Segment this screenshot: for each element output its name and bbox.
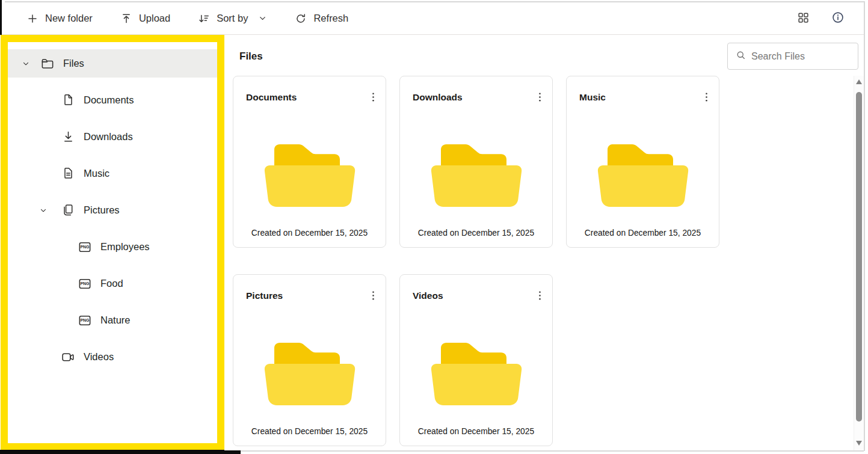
card-title: Music (579, 92, 606, 103)
audio-file-icon (60, 167, 76, 180)
refresh-button[interactable]: Refresh (295, 13, 348, 25)
search-input[interactable] (751, 51, 848, 62)
sidebar-item-files[interactable]: Files (8, 49, 217, 78)
folder-card-downloads[interactable]: Downloads Created on December 15, 2025 (399, 76, 553, 248)
folder-icon-large (259, 132, 361, 218)
sidebar-item-label: Files (63, 58, 84, 69)
folder-card-videos[interactable]: Videos Created on December 15, 2025 (399, 274, 553, 446)
kebab-menu-icon[interactable] (704, 91, 709, 106)
folder-card-pictures[interactable]: Pictures Created on December 15, 2025 (233, 274, 386, 446)
card-title: Videos (413, 290, 443, 301)
sidebar-item-label: Videos (84, 351, 114, 363)
upload-button[interactable]: Upload (120, 13, 170, 25)
folder-icon-large (425, 330, 528, 417)
refresh-label: Refresh (313, 13, 348, 24)
svg-text:PNG: PNG (80, 318, 89, 322)
video-camera-icon (60, 350, 76, 364)
kebab-menu-icon[interactable] (538, 91, 542, 106)
sidebar-item-music[interactable]: Music (8, 159, 217, 188)
sidebar-item-label: Nature (100, 314, 131, 326)
card-created-date: Created on December 15, 2025 (233, 229, 386, 238)
screen-edge-bottom (0, 450, 241, 454)
chevron-down-icon[interactable] (21, 60, 31, 68)
scroll-down-arrow-icon[interactable] (856, 441, 862, 446)
toolbar: New folder Upload Sort by Refresh (2, 2, 864, 35)
new-folder-label: New folder (45, 13, 93, 24)
folder-card-music[interactable]: Music Created on December 15, 2025 (566, 76, 719, 248)
folder-icon-large (592, 132, 694, 218)
folder-card-documents[interactable]: Documents Created on December 15, 2025 (233, 76, 386, 248)
sidebar-item-downloads[interactable]: Downloads (8, 123, 217, 151)
new-folder-button[interactable]: New folder (26, 13, 93, 25)
sidebar-item-label: Food (100, 278, 123, 289)
sidebar-item-label: Documents (84, 94, 134, 106)
sidebar-item-documents[interactable]: Documents (8, 86, 217, 114)
card-created-date: Created on December 15, 2025 (233, 427, 386, 436)
folder-icon-large (259, 330, 361, 417)
folder-icon (40, 57, 55, 71)
sidebar-item-pictures[interactable]: Pictures (8, 196, 217, 224)
card-title: Downloads (413, 92, 463, 103)
kebab-menu-icon[interactable] (538, 289, 542, 304)
sort-by-button[interactable]: Sort by (198, 13, 267, 25)
png-file-icon: PNG (77, 240, 93, 254)
document-icon (60, 93, 76, 107)
kebab-menu-icon[interactable] (371, 289, 375, 304)
sidebar-item-label: Downloads (84, 131, 133, 143)
page-title: Files (239, 51, 263, 63)
png-file-icon: PNG (77, 277, 93, 291)
sidebar-highlight-box: Files Documents Downloads (1, 35, 224, 450)
card-created-date: Created on December 15, 2025 (400, 229, 552, 238)
window-right-border (864, 1, 865, 451)
folder-card-grid: Documents Created on December 15, 2025 D… (233, 76, 721, 446)
scroll-up-arrow-icon[interactable] (856, 79, 862, 84)
svg-text:PNG: PNG (80, 281, 89, 286)
svg-text:PNG: PNG (80, 245, 89, 249)
sidebar-item-employees[interactable]: PNG Employees (8, 233, 217, 261)
kebab-menu-icon[interactable] (371, 91, 375, 106)
upload-label: Upload (139, 13, 170, 24)
sidebar-item-food[interactable]: PNG Food (8, 269, 217, 298)
upload-arrow-icon (120, 13, 132, 25)
plus-icon (26, 13, 38, 25)
search-icon (736, 50, 746, 63)
sidebar-item-label: Pictures (84, 204, 120, 216)
card-created-date: Created on December 15, 2025 (400, 427, 552, 436)
search-box[interactable] (727, 43, 858, 70)
stacked-pages-icon (60, 203, 76, 217)
sidebar-item-videos[interactable]: Videos (8, 343, 217, 371)
scrollbar-thumb[interactable] (856, 92, 862, 422)
info-icon[interactable] (831, 11, 845, 26)
folder-icon-large (425, 132, 528, 218)
sidebar-item-label: Employees (100, 241, 150, 253)
window-bottom-border (224, 450, 864, 452)
sidebar-item-label: Music (84, 168, 109, 179)
refresh-icon (295, 13, 307, 25)
toolbar-right-group (797, 2, 845, 35)
card-title: Documents (246, 92, 297, 103)
vertical-scrollbar[interactable] (854, 76, 864, 450)
grid-view-icon[interactable] (797, 11, 810, 26)
download-icon (60, 130, 76, 144)
card-created-date: Created on December 15, 2025 (567, 229, 719, 238)
sort-by-label: Sort by (217, 13, 248, 24)
chevron-down-icon[interactable] (38, 206, 48, 215)
sidebar-item-nature[interactable]: PNG Nature (8, 306, 217, 334)
card-title: Pictures (246, 290, 283, 301)
png-file-icon: PNG (77, 313, 93, 328)
folder-tree: Files Documents Downloads (8, 42, 217, 371)
sort-icon (198, 13, 210, 25)
chevron-down-icon (258, 14, 267, 23)
main-content: Files Documents Created on December 15, … (224, 35, 864, 450)
